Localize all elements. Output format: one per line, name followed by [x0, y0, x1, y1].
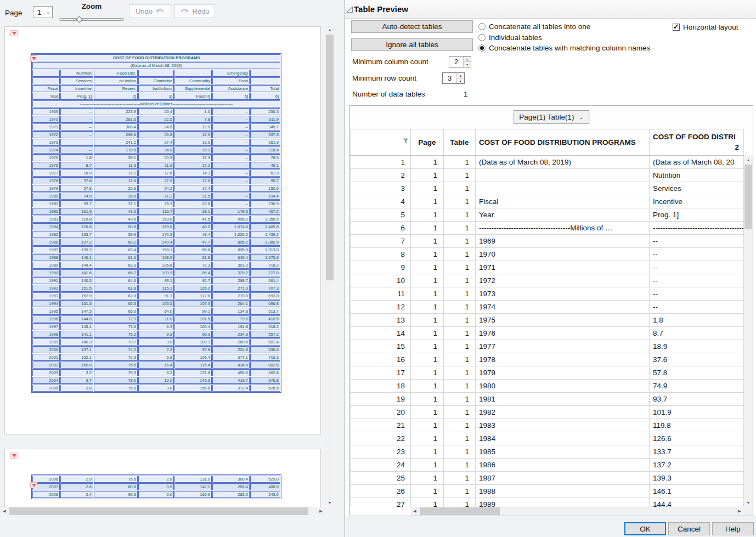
auto-detect-tables-button[interactable]: Auto-detect tables: [351, 20, 473, 33]
grid-row[interactable]: 131119751.8: [351, 314, 744, 327]
grid-vertical-scrollbar[interactable]: ▲ ▼: [744, 155, 753, 507]
min-column-count-spinner[interactable]: 2 ▲ ▼: [449, 56, 471, 67]
grid-row[interactable]: 20111982101.9: [351, 406, 744, 419]
col2-cell: Incentive: [650, 195, 744, 208]
grid-header-table[interactable]: Table: [444, 129, 476, 156]
grid-row[interactable]: 1811198074.9: [351, 380, 744, 393]
pdf-header-cell: [138, 70, 174, 77]
grid-row[interactable]: 8111970--: [351, 248, 744, 261]
pdf-value-cell: 60.2: [94, 239, 138, 246]
pdf-value-cell: 410.5: [250, 315, 280, 323]
spin-up-button[interactable]: ▲: [457, 73, 464, 78]
grid-row[interactable]: 211Nutrition: [351, 169, 744, 182]
radio-concatenate-matching[interactable]: Concatenate tables with matching column …: [478, 43, 650, 52]
page-marker-icon[interactable]: [10, 453, 18, 459]
pdf-preview-panel: Page 1 ⌄ Zoom Undo Redo: [0, 0, 345, 537]
pdf-value-cell: 47.7: [174, 239, 212, 246]
grid-header-page[interactable]: Page: [411, 129, 444, 156]
scroll-down-icon[interactable]: ▼: [744, 498, 753, 507]
scroll-right-icon[interactable]: ▶: [317, 507, 325, 516]
ok-button[interactable]: OK: [624, 522, 666, 535]
grid-row[interactable]: 511YearProg. 1]: [351, 208, 744, 222]
pdf-value-cell: 529.0: [250, 476, 280, 483]
grid-row[interactable]: 141119768.7: [351, 327, 744, 340]
pdf-year-cell: 2008: [32, 491, 60, 498]
scrollbar-thumb[interactable]: [744, 165, 752, 229]
grid-row[interactable]: 26111988146.1: [351, 485, 744, 498]
column-filter-icon[interactable]: [403, 138, 409, 146]
grid-row[interactable]: 10111972--: [351, 274, 744, 287]
pdf-data-row: 1991140.564.693.192.7298.7691.4: [32, 277, 280, 284]
radio-individual-tables[interactable]: Individual tables: [478, 33, 542, 42]
grid-row[interactable]: 23111985133.7: [351, 445, 744, 459]
radio-icon[interactable]: [478, 34, 486, 41]
preview-vertical-scrollbar[interactable]: ▲ ▼: [325, 25, 334, 507]
scroll-right-icon[interactable]: ▶: [735, 507, 744, 516]
grid-row[interactable]: 25111987139.3: [351, 472, 744, 485]
spin-down-button[interactable]: ▼: [457, 78, 464, 83]
scroll-up-icon[interactable]: ▲: [325, 25, 334, 34]
ignore-all-tables-button[interactable]: Ignore all tables: [351, 38, 473, 51]
page-select[interactable]: 1 ⌄: [33, 6, 53, 18]
spin-down-button[interactable]: ▼: [464, 62, 471, 67]
grid-row[interactable]: 7111969--: [351, 235, 744, 248]
scrollbar-thumb[interactable]: [9, 507, 308, 515]
grid-row[interactable]: 1511197718.9: [351, 340, 744, 353]
grid-row[interactable]: 22111984126.6: [351, 432, 744, 445]
grid-corner-cell[interactable]: [351, 129, 411, 156]
row-number-cell: 24: [351, 459, 411, 472]
grid-row[interactable]: 24111986137.2: [351, 459, 744, 472]
disclosure-triangle-icon[interactable]: [346, 5, 353, 15]
grid-row[interactable]: 11111973--: [351, 287, 744, 301]
grid-row[interactable]: 311Services: [351, 182, 744, 195]
pdf-value-cell: 22.5: [138, 116, 174, 123]
help-button[interactable]: Help: [712, 522, 754, 535]
zoom-slider-thumb[interactable]: [76, 16, 83, 23]
pdf-header-cell: [250, 77, 280, 84]
page-table-selector[interactable]: Page(1) Table(1) ⌄: [514, 110, 589, 124]
pdf-value-cell: 74.9: [60, 193, 93, 200]
grid-row[interactable]: 21111983119.8: [351, 419, 744, 432]
pdf-value-cell: 141.6: [60, 269, 93, 276]
min-row-count-value[interactable]: 3: [443, 73, 456, 83]
radio-icon[interactable]: [478, 44, 486, 52]
radio-icon[interactable]: [478, 23, 486, 30]
detected-table-page2[interactable]: 20062.975.62.8131.0300.4529.020072.680.8…: [32, 475, 281, 499]
grid-horizontal-scrollbar[interactable]: ◀ ▶: [410, 507, 744, 516]
pdf-pages-scroll-area[interactable]: COST OF FOOD DISTRIBUTION PROGRAMS(Data …: [0, 25, 325, 507]
pdf-value-cell: --: [212, 131, 250, 138]
scroll-left-icon[interactable]: ◀: [410, 507, 419, 516]
detected-table-page1[interactable]: COST OF FOOD DISTRIBUTION PROGRAMS(Data …: [32, 54, 281, 392]
spin-up-button[interactable]: ▲: [464, 56, 471, 62]
table-marker-icon[interactable]: [30, 55, 37, 61]
undo-button[interactable]: Undo: [129, 4, 171, 18]
page-marker-icon[interactable]: [10, 30, 18, 36]
grid-header-col2[interactable]: COST OF FOOD DISTRI 2: [650, 129, 744, 156]
checkbox-icon[interactable]: [673, 24, 680, 31]
grid-row[interactable]: 12111974--: [351, 301, 744, 314]
grid-row[interactable]: 1911198193.7: [351, 393, 744, 406]
grid-row[interactable]: 611-------------------------------------…: [351, 222, 744, 235]
min-row-count-spinner[interactable]: 3 ▲ ▼: [442, 72, 465, 84]
horizontal-layout-checkbox[interactable]: Horizontal layout: [673, 22, 738, 31]
radio-concatenate-all[interactable]: Concatenate all tables into one: [478, 22, 590, 31]
grid-row[interactable]: 9111971--: [351, 261, 744, 274]
grid-row[interactable]: 27111989144.4: [351, 498, 744, 507]
table-marker-icon[interactable]: [30, 482, 37, 488]
scroll-up-icon[interactable]: ▲: [744, 155, 753, 164]
grid-row[interactable]: 1711197957.8: [351, 366, 744, 380]
scroll-down-icon[interactable]: ▼: [325, 498, 334, 507]
grid-row[interactable]: 111(Data as of March 08, 2019)(Data as o…: [351, 156, 744, 169]
redo-button[interactable]: Redo: [174, 4, 215, 18]
zoom-slider-track[interactable]: [59, 18, 124, 21]
zoom-slider[interactable]: [59, 16, 124, 23]
preview-horizontal-scrollbar[interactable]: ◀ ▶: [0, 507, 325, 516]
cancel-button[interactable]: Cancel: [668, 522, 710, 535]
scrollbar-thumb[interactable]: [420, 507, 500, 515]
scrollbar-thumb[interactable]: [326, 35, 334, 280]
grid-header-col1[interactable]: COST OF FOOD DISTRIBUTION PROGRAMS: [476, 129, 650, 156]
grid-row[interactable]: 1611197837.6: [351, 353, 744, 366]
min-column-count-value[interactable]: 2: [449, 56, 463, 67]
scroll-left-icon[interactable]: ◀: [0, 507, 9, 516]
grid-row[interactable]: 411FiscalIncentive: [351, 195, 744, 208]
